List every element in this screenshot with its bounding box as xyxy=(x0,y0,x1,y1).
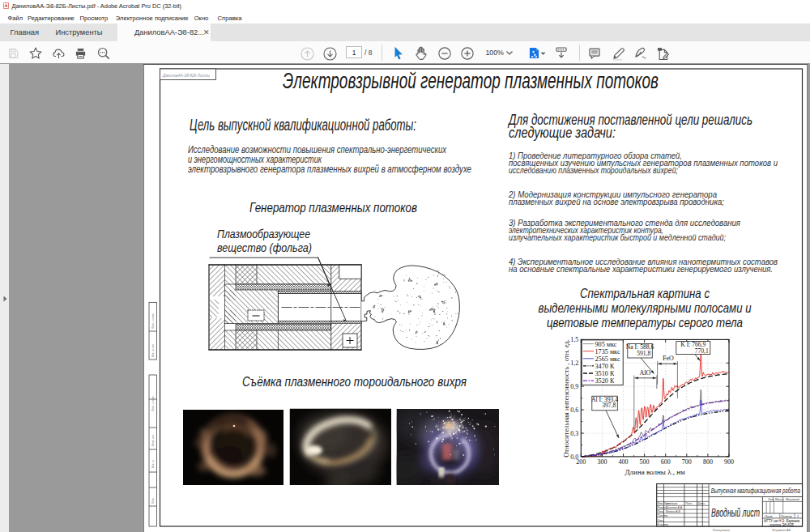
svg-text:3470 К: 3470 К xyxy=(595,363,615,370)
svg-text:1735 мкс: 1735 мкс xyxy=(595,348,620,355)
svg-text:0,0: 0,0 xyxy=(570,453,578,461)
svg-text:AlO: AlO xyxy=(640,369,651,377)
svg-text:300: 300 xyxy=(597,458,607,466)
svg-text:ДаниловАА-Э8-826-Листы: ДаниловАА-Э8-826-Листы xyxy=(162,73,210,78)
svg-text:группа Э8-82Б: группа Э8-82Б xyxy=(770,523,794,527)
svg-text:Н.контр.: Н.контр. xyxy=(658,523,669,526)
svg-text:Масштаб: Масштаб xyxy=(786,498,800,501)
svg-text:Взам. инв.: Взам. инв. xyxy=(151,434,155,446)
svg-text:Формат А4: Формат А4 xyxy=(772,528,791,532)
svg-text:Подп. и дата: Подп. и дата xyxy=(151,313,155,329)
svg-text:Утв.: Утв. xyxy=(658,519,664,522)
svg-text:Копировал: Копировал xyxy=(713,528,730,532)
svg-text:Лит: Лит xyxy=(767,498,774,501)
svg-text:Т.контр.: Т.контр. xyxy=(658,514,669,517)
svg-text:0,3: 0,3 xyxy=(570,430,578,437)
svg-text:Листов: Листов xyxy=(780,515,792,518)
svg-text:3510 К: 3510 К xyxy=(595,370,615,377)
svg-text:Электровзрывной генератор плаз: Электровзрывной генератор плазменных пот… xyxy=(283,69,659,93)
svg-text:400: 400 xyxy=(619,458,629,466)
svg-text:1,2: 1,2 xyxy=(570,360,578,367)
svg-text:2565 мкс: 2565 мкс xyxy=(595,355,620,363)
svg-text:Плазмообразующее: Плазмообразующее xyxy=(217,228,310,240)
svg-text:500: 500 xyxy=(640,458,650,466)
svg-text:905 мкс: 905 мкс xyxy=(595,341,617,348)
svg-text:№ докум.: № докум. xyxy=(666,502,678,505)
svg-text:Выпускная квалификационная раб: Выпускная квалификационная работа xyxy=(711,487,800,495)
svg-text:Масса: Масса xyxy=(775,498,784,501)
svg-text:Вводный лист: Вводный лист xyxy=(711,506,760,519)
svg-text:Инв. №: Инв. № xyxy=(151,459,155,468)
svg-text:цветовые температуры серого те: цветовые температуры серого тела xyxy=(547,315,743,330)
svg-text:вещество (фольга): вещество (фольга) xyxy=(217,241,312,254)
svg-text:электровзрывного генератора пл: электровзрывного генератора плазменных в… xyxy=(188,163,471,175)
svg-text:исследованию плазменных тороид: исследованию плазменных тороидальных вих… xyxy=(509,165,678,175)
svg-text:излучательных характеристик бы: излучательных характеристик быстрой и ме… xyxy=(509,232,726,242)
svg-text:Подп.: Подп. xyxy=(685,502,693,505)
svg-text:900: 900 xyxy=(724,458,734,466)
svg-text:0,6: 0,6 xyxy=(570,406,578,414)
svg-text:на основные спектральные харак: на основные спектральные характеристики … xyxy=(509,264,773,274)
svg-text:Данилов А.А.: Данилов А.А. xyxy=(665,506,683,509)
svg-text:1: 1 xyxy=(797,515,799,518)
svg-text:1,5: 1,5 xyxy=(570,336,578,343)
svg-text:Генератор плазменных потоков: Генератор плазменных потоков xyxy=(249,200,417,215)
svg-text:770,1: 770,1 xyxy=(695,347,709,355)
svg-text:600: 600 xyxy=(661,458,671,466)
svg-text:Лист: Лист xyxy=(764,515,773,518)
svg-text:397,8: 397,8 xyxy=(602,402,616,409)
svg-text:Пров.: Пров. xyxy=(658,510,665,513)
svg-text:Съёмка плазменного тороидально: Съёмка плазменного тороидального вихря xyxy=(242,375,467,389)
svg-text:Спектральная картина с: Спектральная картина с xyxy=(580,286,710,300)
svg-text:Подп.: Подп. xyxy=(151,497,155,504)
svg-text:Волков А.В.: Волков А.В. xyxy=(666,510,681,513)
svg-text:Дата: Дата xyxy=(697,502,705,505)
svg-text:Длина волны λ., нм: Длина волны λ., нм xyxy=(625,468,685,476)
svg-text:Инв. № доп: Инв. № доп xyxy=(151,344,155,357)
svg-text:Цель выпускной квалификационно: Цель выпускной квалификационной работы: xyxy=(190,116,416,134)
svg-text:800: 800 xyxy=(703,458,713,466)
svg-text:3520 К: 3520 К xyxy=(595,377,615,385)
svg-text:следующие задачи:: следующие задачи: xyxy=(509,124,616,141)
svg-text:выделенными молекулярными поло: выделенными молекулярными полосами и xyxy=(539,300,752,315)
svg-text:Относительная интенсивность ,: Относительная интенсивность , отн. ед. xyxy=(562,339,570,458)
svg-text:Подп. и дата: Подп. и дата xyxy=(151,396,155,411)
svg-text:плазменных вихрей на основе эл: плазменных вихрей на основе электровзрыв… xyxy=(509,197,724,206)
svg-text:591,8: 591,8 xyxy=(637,350,650,357)
svg-text:FeO: FeO xyxy=(663,355,674,362)
svg-text:700: 700 xyxy=(682,458,692,466)
svg-text:0,9: 0,9 xyxy=(570,383,578,390)
